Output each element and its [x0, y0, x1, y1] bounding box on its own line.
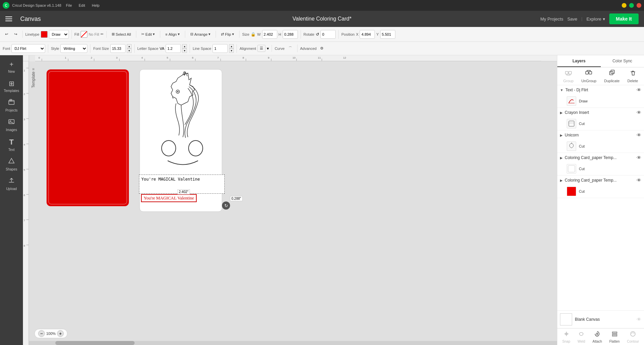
eye-icon-card2[interactable]: 👁: [637, 178, 641, 183]
lock-icon[interactable]: 🔒: [251, 32, 256, 37]
weld-button[interactable]: Weld: [578, 331, 585, 343]
font-size-up[interactable]: ▲: [127, 44, 132, 49]
ruler-vertical: 1 2 3 4 5 6 7 8: [23, 61, 29, 345]
style-select[interactable]: Writing Regular: [60, 44, 87, 53]
line-space-down[interactable]: ▼: [229, 49, 234, 53]
layer-group-crayon-header[interactable]: ▶ Crayon Insert 👁: [557, 108, 644, 117]
zoom-in-button[interactable]: +: [57, 330, 64, 337]
drawn-text-container[interactable]: You're MAGICAL Valentine: [141, 194, 197, 202]
layer-group-card2-header[interactable]: ▶ Coloring Card_paper Temp... 👁: [557, 176, 644, 185]
fill-swatch[interactable]: [81, 31, 87, 38]
x-input[interactable]: [360, 30, 375, 39]
group-button[interactable]: Group: [563, 69, 574, 83]
select-all-button[interactable]: ⊞ Select All: [109, 31, 133, 38]
linetype-select[interactable]: Draw Cut Score: [49, 30, 69, 39]
svg-rect-67: [612, 335, 617, 336]
edit-button[interactable]: ✂ Edit ▾: [139, 31, 157, 38]
close-button[interactable]: ✕: [637, 3, 641, 8]
align-button[interactable]: ≡ Align ▾: [163, 31, 182, 38]
advanced-button[interactable]: ⚙: [318, 45, 326, 52]
layer-group-card2-name: Coloring Card_paper Temp...: [565, 178, 635, 183]
layer-item-card2-cut[interactable]: Cut: [557, 185, 644, 198]
letter-space-down[interactable]: ▼: [182, 49, 187, 53]
ungroup-button[interactable]: UnGroup: [581, 69, 596, 83]
save-link[interactable]: Save: [567, 17, 578, 22]
file-menu[interactable]: File: [64, 3, 74, 7]
linetype-color-swatch[interactable]: [41, 31, 48, 38]
duplicate-label: Duplicate: [604, 79, 620, 83]
projects-icon: [8, 99, 15, 107]
svg-rect-66: [612, 334, 617, 335]
font-size-input[interactable]: [110, 44, 125, 53]
width-input[interactable]: [262, 30, 277, 39]
canvas-viewport[interactable]: Template =: [29, 61, 557, 345]
sidebar-item-templates[interactable]: ⊞ Templates: [2, 77, 21, 95]
redo-button[interactable]: ↪: [12, 31, 20, 38]
letter-space-up[interactable]: ▲: [182, 44, 187, 49]
sidebar-item-new[interactable]: + New: [2, 58, 21, 76]
eye-icon-crayon[interactable]: 👁: [637, 110, 641, 115]
flatten-button[interactable]: Flatten: [609, 331, 620, 343]
svg-rect-58: [611, 70, 614, 73]
layer-group-unicorn-header[interactable]: ▶ Unicorn 👁: [557, 130, 644, 140]
h-scrollbar[interactable]: [29, 341, 557, 345]
rotate-handle[interactable]: ↻: [222, 201, 230, 210]
curve-group: Curve ⌒: [275, 44, 297, 52]
make-it-button[interactable]: Make It: [609, 13, 639, 24]
h-scrollbar-thumb[interactable]: [55, 341, 135, 345]
font-select[interactable]: DJ Flirt: [11, 44, 45, 53]
letter-space-input[interactable]: [166, 44, 181, 53]
edit-menu[interactable]: Edit: [77, 3, 87, 7]
undo-button[interactable]: ↩: [3, 31, 10, 38]
eye-icon-unicorn[interactable]: 👁: [637, 132, 641, 138]
flip-button[interactable]: ⇄ Flip ▾: [219, 31, 236, 38]
contour-button[interactable]: Contour: [627, 331, 639, 343]
flip-chevron-icon: ▾: [232, 32, 234, 36]
hamburger-menu[interactable]: [5, 15, 13, 23]
duplicate-button[interactable]: Duplicate: [604, 69, 620, 83]
attach-button[interactable]: Attach: [592, 331, 602, 343]
zoom-out-button[interactable]: −: [38, 330, 45, 337]
sidebar-item-projects[interactable]: Projects: [2, 96, 21, 115]
delete-button[interactable]: Delete: [627, 69, 638, 83]
layer-item-card1-cut[interactable]: Cut: [557, 162, 644, 175]
canvas-area: 0 1 2 3 4 5 6 7 8: [23, 55, 557, 345]
y-input[interactable]: [380, 30, 395, 39]
layer-group-card1-header[interactable]: ▶ Coloring Card_paper Temp... 👁: [557, 153, 644, 162]
line-space-input[interactable]: [213, 44, 228, 53]
fill-edit-icon[interactable]: ✏: [101, 32, 104, 36]
rotate-icon: ↺: [316, 32, 319, 37]
layer-item-crayon-cut[interactable]: Cut: [557, 117, 644, 130]
eye-icon-card1[interactable]: 👁: [637, 155, 641, 160]
layer-item-unicorn-cut[interactable]: Cut: [557, 140, 644, 153]
sidebar-item-text[interactable]: T Text: [2, 135, 21, 154]
minimize-button[interactable]: –: [622, 3, 626, 8]
toolbar-font: Font DJ Flirt Style Writing Regular Font…: [0, 42, 644, 55]
letter-space-group: Letter Space VA ▲ ▼: [137, 44, 190, 53]
sidebar-item-upload[interactable]: Upload: [2, 175, 21, 193]
sidebar-item-shapes[interactable]: Shapes: [2, 155, 21, 174]
layer-group-text-header[interactable]: ▼ Text - Dj Flirt 👁: [557, 85, 644, 95]
help-menu[interactable]: Help: [90, 3, 102, 7]
tab-color-sync[interactable]: Color Sync: [601, 55, 644, 67]
align-left-button[interactable]: ☰: [257, 45, 265, 52]
line-space-up[interactable]: ▲: [229, 44, 234, 49]
height-input[interactable]: [283, 30, 298, 39]
eye-icon-blank[interactable]: 👁: [637, 317, 641, 322]
eye-icon-text[interactable]: 👁: [637, 87, 641, 93]
arrange-button[interactable]: ⊟ Arrange ▾: [188, 31, 213, 38]
layer-item-text-draw[interactable]: Draw: [557, 95, 644, 107]
svg-text:3: 3: [24, 118, 25, 121]
curve-button[interactable]: ⌒: [286, 44, 295, 52]
sidebar-item-images[interactable]: Images: [2, 116, 21, 134]
explore-button[interactable]: Explore ▾: [586, 17, 605, 22]
fill-label: Fill: [75, 32, 79, 36]
maximize-button[interactable]: □: [629, 3, 634, 8]
rotate-input[interactable]: [320, 30, 336, 39]
svg-text:2: 2: [91, 56, 92, 59]
snap-button[interactable]: Snap: [562, 331, 570, 343]
my-projects-link[interactable]: My Projects: [540, 17, 563, 22]
svg-rect-55: [586, 71, 588, 74]
tab-layers[interactable]: Layers: [557, 55, 601, 67]
font-size-down[interactable]: ▼: [127, 49, 132, 53]
